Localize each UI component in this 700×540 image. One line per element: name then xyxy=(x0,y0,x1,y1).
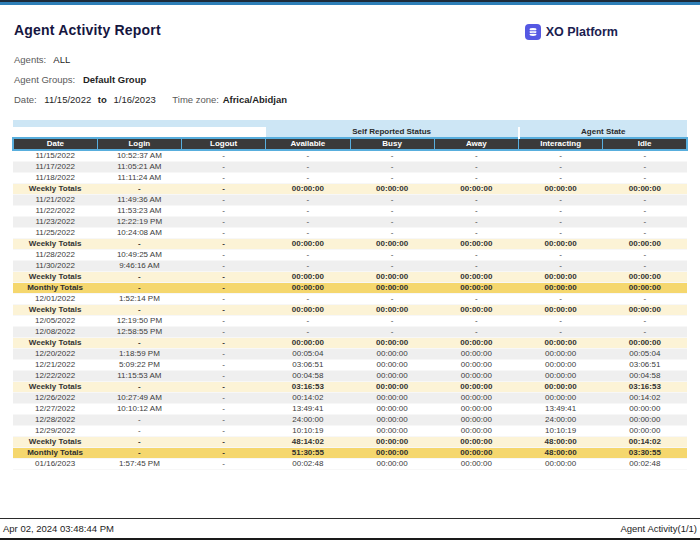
group-header-row: Self Reported Status Agent State xyxy=(13,127,687,138)
cell-available: - xyxy=(266,294,350,305)
cell-logout: - xyxy=(182,360,266,371)
cell-away: - xyxy=(434,327,518,338)
cell-logout: - xyxy=(182,239,266,250)
cell-date: 12/05/2022 xyxy=(13,316,97,327)
cell-interacting: - xyxy=(519,261,603,272)
cell-interacting: 24:00:00 xyxy=(519,415,603,426)
cell-busy: 00:00:00 xyxy=(350,338,434,349)
cell-away: - xyxy=(434,217,518,228)
cell-busy: - xyxy=(350,250,434,261)
cell-interacting: 00:00:00 xyxy=(519,305,603,316)
cell-logout: - xyxy=(182,261,266,272)
group-header-self-reported-status: Self Reported Status xyxy=(266,127,519,138)
cell-away: 00:00:00 xyxy=(434,239,518,250)
cell-login: - xyxy=(97,272,181,283)
cell-logout: - xyxy=(182,415,266,426)
cell-away: 00:00:00 xyxy=(434,338,518,349)
cell-interacting: 00:00:00 xyxy=(519,239,603,250)
cell-busy: 00:00:00 xyxy=(350,426,434,437)
table-row: 11/25/202210:24:08 AM------ xyxy=(13,228,687,239)
cell-date: 12/27/2022 xyxy=(13,404,97,415)
date-from-value: 11/15/2022 xyxy=(44,94,91,105)
cell-available: 24:00:00 xyxy=(266,415,350,426)
table-row: 12/29/2022--10:10:1900:00:0000:00:0010:1… xyxy=(13,426,687,437)
monthly-totals-row: Monthly Totals--00:00:0000:00:0000:00:00… xyxy=(13,283,687,294)
table-row: 11/30/20229:46:16 AM------ xyxy=(13,261,687,272)
cell-idle: - xyxy=(603,173,687,184)
cell-available: 00:00:00 xyxy=(266,272,350,283)
cell-login: - xyxy=(97,239,181,250)
column-header-away: Away xyxy=(434,138,518,150)
cell-interacting: 10:10:19 xyxy=(519,426,603,437)
cell-idle: 00:14:02 xyxy=(603,393,687,404)
cell-login: 12:58:55 PM xyxy=(97,327,181,338)
cell-date: 11/28/2022 xyxy=(13,250,97,261)
cell-login: 1:57:45 PM xyxy=(97,459,181,470)
cell-busy: 00:00:00 xyxy=(350,382,434,393)
cell-busy: 00:00:00 xyxy=(350,239,434,250)
cell-date: 11/23/2022 xyxy=(13,217,97,228)
cell-idle: 00:00:00 xyxy=(603,426,687,437)
cell-idle: 00:04:58 xyxy=(603,371,687,382)
header-band xyxy=(13,120,687,127)
agents-value: ALL xyxy=(53,54,70,65)
cell-away: 00:00:00 xyxy=(434,426,518,437)
timezone-label: Time zone: xyxy=(172,94,219,105)
cell-away: 00:00:00 xyxy=(434,371,518,382)
cell-interacting: 13:49:41 xyxy=(519,404,603,415)
cell-date: 11/25/2022 xyxy=(13,228,97,239)
cell-idle: - xyxy=(603,250,687,261)
filter-agent-groups: Agent Groups: Default Group xyxy=(14,74,686,85)
cell-idle: 00:14:02 xyxy=(603,437,687,448)
cell-busy: - xyxy=(350,217,434,228)
cell-logout: - xyxy=(182,184,266,195)
cell-idle: - xyxy=(603,162,687,173)
cell-idle: - xyxy=(603,294,687,305)
table-row: 11/22/202211:53:23 AM------ xyxy=(13,206,687,217)
date-to-word: to xyxy=(98,94,107,105)
table-row: 01/16/20231:57:45 PM-00:02:4800:00:0000:… xyxy=(13,459,687,470)
cell-date: 12/28/2022 xyxy=(13,415,97,426)
cell-away: - xyxy=(434,206,518,217)
date-to-value: 1/16/2023 xyxy=(113,94,155,105)
cell-login: 10:24:08 AM xyxy=(97,228,181,239)
cell-available: 00:00:00 xyxy=(266,283,350,294)
cell-idle: 00:00:00 xyxy=(603,184,687,195)
cell-login: 11:15:53 AM xyxy=(97,371,181,382)
weekly-totals-row: Weekly Totals--00:00:0000:00:0000:00:000… xyxy=(13,184,687,195)
cell-away: 00:00:00 xyxy=(434,272,518,283)
cell-idle: 00:00:00 xyxy=(603,338,687,349)
group-header-blank xyxy=(13,127,266,138)
cell-idle: - xyxy=(603,327,687,338)
filter-date-range: Date: 11/15/2022 to 1/16/2023 Time zone:… xyxy=(14,94,686,105)
cell-interacting: 00:00:00 xyxy=(519,459,603,470)
cell-away: - xyxy=(434,294,518,305)
cell-logout: - xyxy=(182,305,266,316)
cell-date: 11/21/2022 xyxy=(13,195,97,206)
column-header-busy: Busy xyxy=(350,138,434,150)
agent-groups-label: Agent Groups: xyxy=(14,74,75,85)
column-header-interacting: Interacting xyxy=(519,138,603,150)
weekly-totals-row: Weekly Totals--00:00:0000:00:0000:00:000… xyxy=(13,272,687,283)
column-header-row: Date Login Logout Available Busy Away In… xyxy=(13,138,687,150)
report-header: Agent Activity Report XO Platform xyxy=(0,5,700,40)
cell-away: 00:00:00 xyxy=(434,360,518,371)
xo-platform-logo: XO Platform xyxy=(525,24,618,40)
cell-logout: - xyxy=(182,283,266,294)
cell-away: 00:00:00 xyxy=(434,448,518,459)
cell-login: 1:52:14 PM xyxy=(97,294,181,305)
cell-interacting: - xyxy=(519,294,603,305)
cell-logout: - xyxy=(182,250,266,261)
cell-available: - xyxy=(266,327,350,338)
cell-away: - xyxy=(434,195,518,206)
weekly-totals-row: Weekly Totals--00:00:0000:00:0000:00:000… xyxy=(13,338,687,349)
cell-idle: 00:02:48 xyxy=(603,459,687,470)
cell-busy: 00:00:00 xyxy=(350,448,434,459)
cell-available: - xyxy=(266,206,350,217)
cell-interacting: 48:00:00 xyxy=(519,437,603,448)
cell-busy: - xyxy=(350,195,434,206)
cell-interacting: - xyxy=(519,316,603,327)
cell-busy: 00:00:00 xyxy=(350,272,434,283)
cell-busy: - xyxy=(350,327,434,338)
agent-groups-value: Default Group xyxy=(83,74,146,85)
